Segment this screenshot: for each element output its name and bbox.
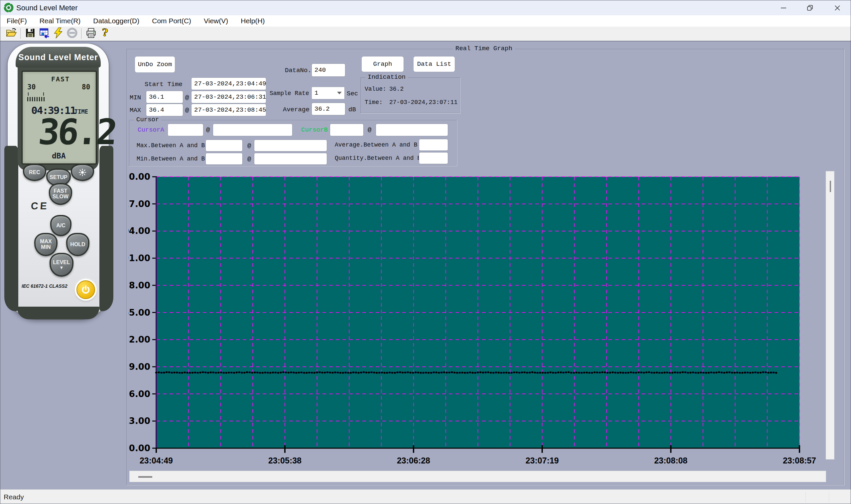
save-toolbar-button[interactable] [23,27,37,40]
cursor-a-value-field[interactable] [167,124,203,136]
toolbar-separator [81,28,82,39]
device-power-button [75,279,97,301]
max-between-at-label: @ [247,142,251,149]
start-time-label: Start Time [145,81,182,88]
quantity-between-value-field[interactable] [419,152,448,164]
average-field[interactable]: 36.2 [312,103,345,115]
average-label: Average [283,106,309,113]
indication-time: 27-03-2024,23:07:11 [389,99,457,106]
y-axis-tick-label: 26.00 [128,389,150,399]
data-list-button[interactable]: Data List [413,56,455,72]
cursor-b-label: CursorB [301,126,328,133]
cursor-b-at-label: @ [368,126,371,133]
toolbar: ? [0,26,851,41]
device-grip-right [100,146,113,311]
min-value-field[interactable]: 36.1 [146,91,183,103]
restore-icon [806,4,814,12]
lcd-scale-ticks [28,92,44,96]
horizontal-scroll-thumb[interactable] [138,476,152,478]
realtime-icon [53,27,64,40]
realtime-toolbar-button[interactable] [51,27,65,40]
lcd-value: 36.2 [37,112,117,152]
indication-value-label: Value: [365,86,386,92]
max-value-field[interactable]: 36.4 [146,104,183,116]
help-toolbar-button[interactable]: ? [98,27,112,40]
x-axis-tick-label: 23:08:57 [783,456,816,465]
stop-toolbar-button[interactable] [65,27,79,40]
graph-button[interactable]: Graph [361,56,404,72]
max-time-field[interactable]: 27-03-2024,23:08:45 [191,104,266,116]
lcd-range-low: 30 [27,83,36,91]
undo-zoom-button[interactable]: UnDo Zoom [135,56,175,73]
cursor-group: Cursor CursorA @ CursorB @ Max.Between A… [129,120,457,166]
min-between-value-field[interactable] [206,153,243,165]
chevron-down-icon [337,92,342,94]
start-time-field[interactable]: 27-03-2024,23:04:49 [191,77,266,90]
max-between-value-field[interactable] [206,140,243,151]
indication-time-label: Time: [365,99,383,106]
menu-item-view-v[interactable]: View(V) [197,15,234,26]
cursor-a-time-field[interactable] [213,124,292,136]
min-label: MIN [130,94,141,101]
y-axis-tick-label: 0.00 [129,443,150,453]
cursor-title: Cursor [134,116,161,123]
lcd-range-high: 80 [82,83,90,91]
x-axis-tick-label: 23:08:08 [654,456,688,465]
titlebar: Sound Level Meter [0,0,851,15]
open-file-toolbar-button[interactable] [4,27,18,40]
indication-title: Indication [365,73,408,81]
average-unit-label: dB [348,106,356,113]
app-icon [4,3,14,13]
x-axis-tick-label: 23:06:28 [397,456,430,465]
y-axis-tick-label: 39.00 [128,362,150,372]
min-between-label: Min.Between A and B [137,156,205,162]
panel-title: Real Time Graph [453,45,515,52]
cursor-a-label: CursorA [138,126,164,133]
datalogger-toolbar-button[interactable] [37,27,51,40]
menu-item-com-port-c[interactable]: Com Port(C) [146,15,197,26]
max-at-label: @ [185,107,189,114]
min-at-label: @ [185,94,189,101]
open-file-icon [6,27,17,40]
menu-item-help-h[interactable]: Help(H) [234,15,271,26]
print-toolbar-button[interactable] [84,27,98,40]
cursor-b-value-field[interactable] [330,124,364,136]
y-axis-tick-label: 13.00 [128,416,150,426]
vertical-scroll-thumb[interactable] [830,181,831,192]
sample-rate-label: Sample Rate [270,90,309,97]
chart-vertical-scrollbar[interactable] [826,171,834,460]
min-between-time-field[interactable] [254,153,327,165]
x-axis-tick-label: 23:04:49 [140,456,173,465]
close-button[interactable] [826,0,849,15]
x-axis-tick-label: 23:05:38 [268,456,302,465]
minimize-button[interactable] [772,0,796,15]
menu-item-datalogger-d[interactable]: DataLogger(D) [87,15,146,26]
device-certification-label: IEC 61672-1 CLASS2 [22,283,82,289]
status-separator [806,492,806,503]
data-no-label: DataNo. [285,67,312,74]
min-time-field[interactable]: 27-03-2024,23:06:31 [191,91,266,103]
data-no-field[interactable]: 240 [312,64,345,77]
realtime-chart[interactable]: 130.00117.00104.0091.0078.0065.0052.0039… [128,169,836,469]
y-axis-tick-label: 104.00 [128,226,150,236]
device-lcd: FAST 30 80 04:39:11 TIME 36.2 dBA [22,71,97,164]
quantity-between-label: Quantity.Between A and B [335,155,421,161]
menu-item-file-f[interactable]: File(F) [0,15,33,26]
restore-button[interactable] [798,0,822,15]
y-axis-tick-label: 78.00 [128,281,150,290]
indication-group: Indication Value: 36.2 Time: 27-03-2024,… [360,77,460,113]
average-between-value-field[interactable] [419,139,448,151]
statusbar: Ready [0,489,851,504]
sample-rate-select[interactable]: 1 [312,87,345,99]
save-icon [24,27,36,40]
backlight-icon [78,168,87,177]
device-header: Sound Level Meter [16,47,101,68]
max-between-time-field[interactable] [254,140,327,151]
max-between-label: Max.Between A and B [137,142,205,149]
menu-item-real-time-r[interactable]: Real Time(R) [33,15,87,26]
cursor-b-time-field[interactable] [376,124,448,136]
toolbar-separator [20,28,21,39]
chart-horizontal-scrollbar[interactable] [129,471,826,482]
app-window: Sound Level Meter File(F)Real Time(R)Dat… [0,0,851,504]
max-label: MAX [130,107,141,114]
